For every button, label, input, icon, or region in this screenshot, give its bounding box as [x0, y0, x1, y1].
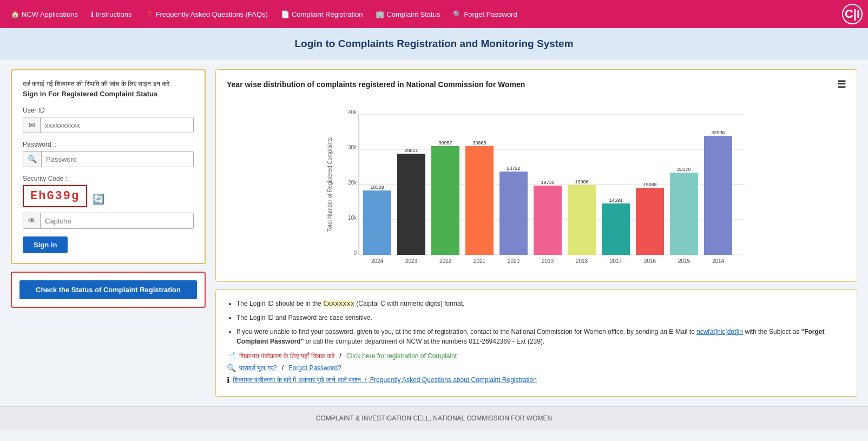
faqs-link: ℹ शिकायत पंजीकरण के बारे में अकसर पूछे ज…: [227, 376, 846, 384]
svg-rect-24: [499, 172, 528, 255]
info-links: 📄 शिकायत पंजीकरण के लिए यहाँ क्लिक करें …: [227, 352, 846, 384]
info-icon: ℹ: [91, 10, 94, 18]
document-icon: 📄: [281, 10, 290, 18]
main-content: दर्ज कराई गई शिकायत की स्थिति की जांच के…: [0, 60, 868, 406]
nav-faqs[interactable]: ❓ Frequently Asked Questions (FAQs): [140, 7, 273, 22]
refresh-icon[interactable]: 🔄: [93, 193, 104, 205]
svg-text:2024: 2024: [371, 258, 384, 264]
faq-eng-link[interactable]: Frequently Asked Questions about Complai…: [370, 376, 537, 384]
svg-text:30k: 30k: [348, 144, 357, 150]
info-bullet-2: The Login ID and Password are case sensi…: [236, 313, 846, 322]
svg-text:2020: 2020: [508, 258, 520, 264]
captcha-row: EhG39g 🔄: [23, 185, 194, 213]
home-icon: 🏠: [11, 10, 19, 18]
svg-text:19730: 19730: [541, 180, 554, 185]
captcha-input[interactable]: [41, 214, 193, 228]
faq-link-text: शिकायत पंजीकरण के बारे में अकसर पूछे जान…: [233, 376, 537, 384]
svg-text:2017: 2017: [610, 258, 622, 264]
forgot-password-icon: 🔍: [227, 364, 236, 372]
nav-ncw-applications[interactable]: 🏠 NCW Applications: [5, 7, 83, 22]
footer: COMPLAINT & INVESTIGATION CELL, NATIONAL…: [0, 406, 868, 430]
security-code-label: Security Code ::: [23, 175, 194, 182]
check-status-button[interactable]: Check the Status of Complaint Registrati…: [19, 280, 197, 299]
login-subtitle: Sign in For Registered Complaint Status: [23, 90, 194, 98]
captcha-group: Security Code :: EhG39g 🔄 👁: [23, 175, 194, 229]
forgot-password-link: 🔍 पासवर्ड भूल गए? / Forgot Password?: [227, 364, 846, 372]
svg-text:23722: 23722: [507, 166, 520, 171]
key-icon: 🔍: [23, 152, 42, 167]
svg-rect-30: [568, 185, 596, 255]
faq-link-icon: ℹ: [227, 376, 229, 384]
svg-text:10k: 10k: [348, 215, 357, 221]
nav-forget-password[interactable]: 🔍 Forget Password: [448, 7, 522, 22]
svg-rect-42: [704, 136, 732, 255]
svg-text:40k: 40k: [348, 109, 357, 115]
faq-icon: ❓: [145, 10, 154, 18]
svg-text:2023: 2023: [405, 258, 418, 264]
svg-text:28811: 28811: [404, 148, 418, 153]
navbar: 🏠 NCW Applications ℹ Instructions ❓ Freq…: [0, 0, 868, 28]
svg-text:2022: 2022: [439, 258, 452, 264]
svg-text:2021: 2021: [474, 258, 486, 264]
svg-text:2016: 2016: [644, 258, 656, 264]
hindi-text: दर्ज कराई गई शिकायत की स्थिति की जांच के…: [23, 80, 194, 88]
user-id-group: User ID ✉: [23, 107, 194, 133]
sign-in-button[interactable]: Sign in: [23, 236, 68, 253]
forgot-eng-link[interactable]: Forgot Password?: [288, 364, 341, 372]
svg-text:30865: 30865: [472, 140, 486, 146]
user-id-input-wrapper: ✉: [23, 117, 194, 133]
user-id-input[interactable]: [41, 118, 193, 133]
svg-text:19908: 19908: [575, 179, 588, 185]
building-icon: 🏢: [376, 10, 384, 18]
nav-complaint-status[interactable]: 🏢 Complaint Status: [370, 7, 445, 22]
svg-text:14591: 14591: [609, 198, 622, 203]
svg-text:2018: 2018: [576, 258, 588, 264]
svg-text:Total Number of Registered Com: Total Number of Registered Complaints: [327, 137, 333, 232]
info-box: The Login ID should be in the Cxxxxxxx (…: [215, 289, 857, 397]
captcha-input-wrapper: 👁: [23, 213, 194, 229]
svg-rect-21: [465, 146, 494, 255]
check-status-outer: Check the Status of Complaint Registrati…: [11, 272, 206, 308]
svg-rect-12: [363, 190, 391, 255]
user-id-label: User ID: [23, 107, 194, 114]
nav-complaint-registration[interactable]: 📄 Complaint Registration: [275, 7, 369, 22]
svg-text:30957: 30957: [438, 140, 452, 146]
svg-text:20k: 20k: [348, 180, 357, 186]
svg-text:33906: 33906: [711, 130, 725, 135]
svg-text:2019: 2019: [542, 258, 554, 264]
password-input-wrapper: 🔍: [23, 151, 194, 167]
search-icon: 🔍: [453, 10, 462, 18]
svg-rect-33: [602, 203, 630, 255]
login-box: दर्ज कराई गई शिकायत की स्थिति की जांच के…: [11, 69, 206, 264]
document-link-icon: 📄: [227, 352, 236, 360]
chart-menu-icon[interactable]: ☰: [837, 78, 846, 90]
svg-text:2014: 2014: [712, 258, 725, 264]
eye-icon: 👁: [23, 213, 41, 228]
svg-text:18329: 18329: [370, 185, 384, 190]
info-bullet-3: If you were unable to find your password…: [236, 327, 846, 346]
email-icon: ✉: [23, 117, 41, 133]
info-code: Cxxxxxxx: [323, 300, 354, 307]
svg-text:2015: 2015: [678, 258, 691, 264]
chart-box: Year wise distribution of complaints reg…: [215, 69, 857, 282]
left-panel: दर्ज कराई गई शिकायत की स्थिति की जांच के…: [11, 69, 206, 308]
svg-rect-36: [636, 188, 664, 255]
svg-rect-39: [670, 173, 698, 255]
svg-rect-27: [534, 186, 562, 255]
password-label: Password ::: [23, 141, 194, 148]
forgot-hindi-link[interactable]: पासवर्ड भूल गए?: [239, 364, 277, 372]
svg-text:23370: 23370: [677, 167, 691, 172]
svg-text:19088: 19088: [643, 182, 656, 187]
complaint-registration-link: 📄 शिकायत पंजीकरण के लिए यहाँ क्लिक करें …: [227, 352, 846, 360]
complaint-reg-link-eng[interactable]: Click here for registration of Complaint: [346, 352, 457, 360]
nav-instructions[interactable]: ℹ Instructions: [86, 7, 137, 22]
chart-title: Year wise distribution of complaints reg…: [227, 78, 846, 90]
ncw-email-link[interactable]: ncw[at]nic[dot]in: [696, 328, 743, 335]
svg-text:0: 0: [353, 250, 357, 256]
password-group: Password :: 🔍: [23, 141, 194, 167]
bar-chart: Total Number of Registered Complaints 0 …: [227, 98, 846, 271]
captcha-display: EhG39g: [23, 185, 87, 207]
logo: C|I: [842, 4, 863, 24]
svg-rect-18: [431, 146, 459, 255]
password-input[interactable]: [42, 152, 193, 167]
